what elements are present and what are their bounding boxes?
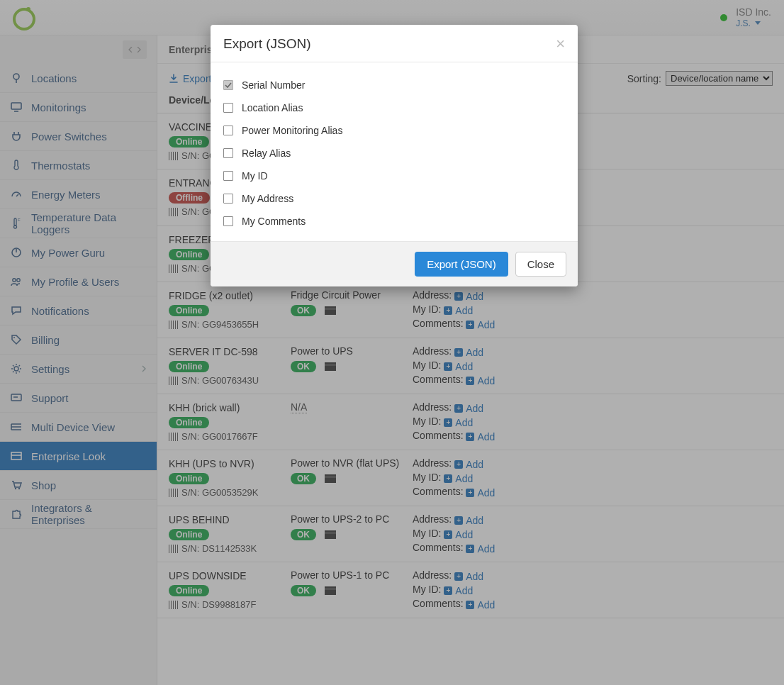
export-option-serial-number[interactable]: Serial Number (213, 74, 575, 96)
modal-footer: Export (JSON) Close (211, 241, 578, 286)
checkbox[interactable] (223, 126, 233, 135)
option-label: Relay Alias (242, 147, 291, 159)
export-option-power-monitoring-alias[interactable]: Power Monitoring Alias (213, 119, 575, 142)
option-label: Serial Number (242, 79, 305, 91)
modal-title: Export (JSON) (223, 36, 311, 52)
option-label: My ID (242, 170, 268, 182)
export-button[interactable]: Export (JSON) (415, 252, 508, 277)
export-option-my-comments[interactable]: My Comments (213, 210, 575, 233)
checkbox[interactable] (223, 103, 233, 113)
option-label: Power Monitoring Alias (242, 125, 342, 136)
checkbox[interactable] (223, 80, 233, 90)
close-button[interactable]: Close (515, 252, 566, 277)
export-option-location-alias[interactable]: Location Alias (213, 96, 575, 119)
modal-body: Serial NumberLocation AliasPower Monitor… (211, 62, 578, 241)
checkbox[interactable] (223, 194, 233, 204)
option-label: My Comments (242, 216, 306, 227)
export-option-my-id[interactable]: My ID (213, 165, 575, 187)
checkbox[interactable] (223, 148, 233, 158)
checkbox[interactable] (223, 171, 233, 181)
export-option-relay-alias[interactable]: Relay Alias (213, 142, 575, 165)
checkbox[interactable] (223, 216, 233, 226)
option-label: My Address (242, 193, 293, 204)
export-modal: Export (JSON) × Serial NumberLocation Al… (211, 25, 578, 286)
modal-header: Export (JSON) × (211, 25, 578, 62)
option-label: Location Alias (242, 102, 303, 113)
close-icon[interactable]: × (556, 36, 565, 52)
export-option-my-address[interactable]: My Address (213, 187, 575, 210)
